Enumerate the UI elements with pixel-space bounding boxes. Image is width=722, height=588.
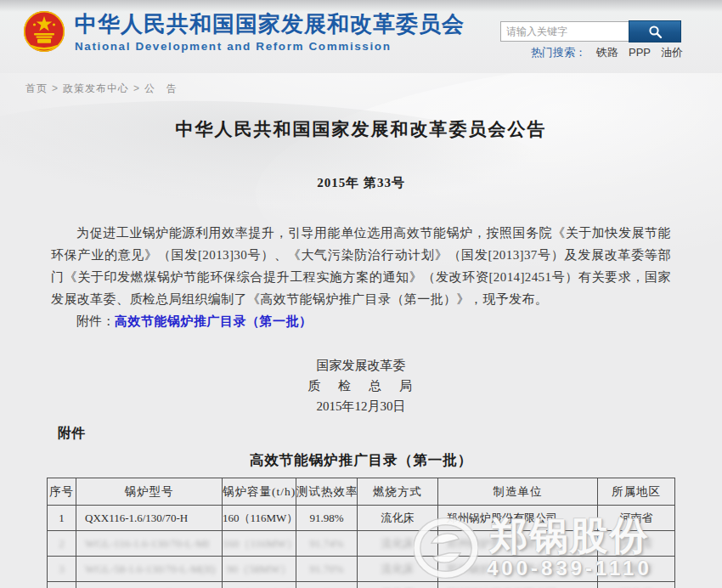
table-row-1: 1QXX116-1.6/130/70-H160（116MW）91.98%流化床郑… [48,506,675,531]
national-emblem-icon [23,10,65,53]
table-cell: 91.74% [296,531,358,557]
breadcrumb-item-2[interactable]: 公 告 [144,82,178,94]
attachment-line: 附件：高效节能锅炉推广目录（第一批） [51,310,671,332]
attachment-table-title: 高效节能锅炉推广目录（第一批） [0,451,722,470]
table-cell: 4 [48,582,76,588]
attachment-link[interactable]: 高效节能锅炉推广目录（第一批） [115,314,313,328]
site-title-en: National Development and Reform Commissi… [75,40,465,53]
attachment-section: 附件 高效节能锅炉推广目录（第一批） 序号锅炉型号锅炉容量(t/h)测试热效率燃… [0,425,722,588]
table-cell: 160（116MW） [223,582,296,588]
table-cell: 流化床 [358,506,438,531]
table-cell: 1 [48,506,76,531]
table-cell: 流化床 [358,582,438,588]
signature-org-2: 质 检 总 局 [0,376,722,396]
search-input[interactable] [500,21,629,42]
table-cell: 91.70% [296,557,358,582]
table-cell: 90（58MW） [223,557,296,582]
table-cell: QXX116-1.6/130/70-M [76,582,223,588]
table-cell: 160（116MW） [223,506,296,531]
announcement-body: 为促进工业锅炉能源利用效率提升，引导用能单位选用高效节能锅炉，按照国务院《关于加… [51,222,671,310]
table-cell: 河南省 [598,557,675,582]
attachment-label: 附件： [76,314,115,328]
breadcrumb-separator: > [52,82,59,94]
table-cell: 河南省 [598,582,675,588]
hot-keyword-2[interactable]: 油价 [661,46,683,59]
search-area [500,20,681,42]
hot-search-label: 热门搜索： [531,46,586,59]
table-cell: 91.98% [296,506,358,531]
table-cell: 郑州锅炉股份有限公司 [438,531,598,557]
table-header-row: 序号锅炉型号锅炉容量(t/h)测试热效率燃烧方式制造单位所属地区 [48,478,675,506]
announcement-document: 中华人民共和国国家发展和改革委员会公告 2015年 第33号 为促进工业锅炉能源… [0,106,722,416]
breadcrumb-item-0[interactable]: 首页 [25,82,48,94]
announcement-title: 中华人民共和国国家发展和改革委员会公告 [0,117,722,141]
table-col-header-3: 测试热效率 [296,478,358,506]
breadcrumb: 首页>政策发布中心>公 告 [25,82,178,96]
search-icon [648,25,663,39]
signature-org-1: 国家发展改革委 [0,355,722,376]
table-col-header-5: 制造单位 [438,478,598,506]
breadcrumb-separator: > [133,82,140,94]
table-col-header-4: 燃烧方式 [358,478,438,506]
breadcrumb-item-1[interactable]: 政策发布中心 [63,82,129,94]
hot-keyword-1[interactable]: PPP [629,46,651,59]
table-cell: 河南省 [598,506,675,531]
table-cell: 2 [48,531,76,557]
table-row-2: 2WGL-116-1.6-130/70-L-MI160（116MW）91.74%… [48,531,675,557]
table-col-header-6: 所属地区 [598,478,675,506]
site-title-cn: 中华人民共和国国家发展和改革委员会 [75,9,465,39]
announcement-doc-number: 2015年 第33号 [0,175,722,191]
attachment-heading: 附件 [58,425,722,443]
table-cell: WGL-58-1.6-130/70-L-M(II) [76,557,223,582]
hot-search-bar: 热门搜索：铁路PPP油价 [531,45,683,60]
table-col-header-2: 锅炉容量(t/h) [223,478,296,506]
table-cell: 流化床 [358,557,438,582]
table-cell: WGL-116-1.6-130/70-L-MI [76,531,223,557]
table-col-header-1: 锅炉型号 [76,478,223,506]
table-cell: 郑州锅炉股份有限公司 [438,506,598,531]
table-cell: 91.76% [296,582,358,588]
hot-keyword-0[interactable]: 铁路 [596,46,618,59]
table-cell: 3 [48,557,76,582]
signature-date: 2015年12月30日 [0,396,722,416]
table-row-3: 3WGL-58-1.6-130/70-L-M(II)90（58MW）91.70%… [48,557,675,582]
table-cell: 郑州锅炉股份有限公司 [438,557,598,582]
table-cell: 160（116MW） [223,531,296,557]
table-row-4: 4QXX116-1.6/130/70-M160（116MW）91.76%流化床郑… [48,582,675,588]
table-cell: QXX116-1.6/130/70-H [76,506,223,531]
search-button[interactable] [629,20,681,42]
table-cell: 流化床 [358,531,438,557]
table-col-header-0: 序号 [48,478,76,506]
site-brand[interactable]: 中华人民共和国国家发展和改革委员会 National Development a… [23,9,465,53]
signature-block: 国家发展改革委 质 检 总 局 2015年12月30日 [0,355,722,416]
table-cell: 河南省 [598,531,675,557]
site-header: 中华人民共和国国家发展和改革委员会 National Development a… [0,0,722,73]
boiler-catalog-table: 序号锅炉型号锅炉容量(t/h)测试热效率燃烧方式制造单位所属地区 1QXX116… [47,478,675,588]
table-cell: 郑州锅炉股份有限公司 [438,582,598,588]
